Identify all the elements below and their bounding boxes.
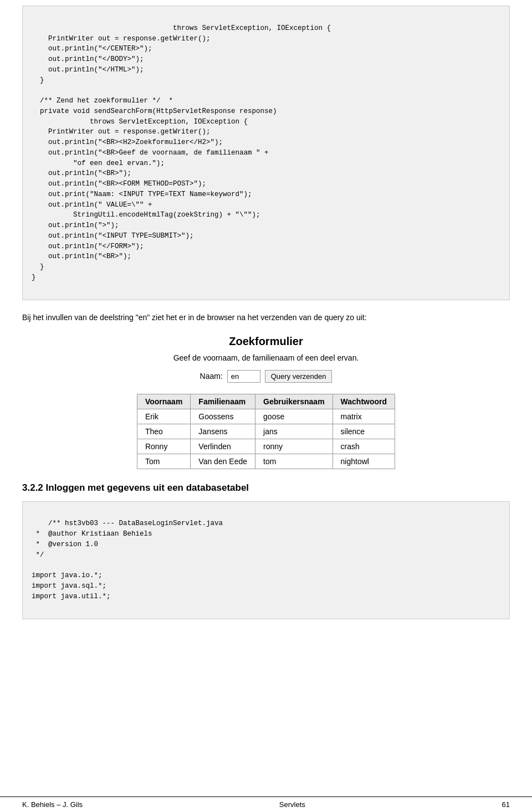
section-heading: 3.2.2 Inloggen met gegevens uit een data… [22, 482, 510, 494]
table-cell: goose [255, 409, 333, 424]
table-cell: Van den Eede [191, 454, 255, 469]
footer-right: 61 [502, 800, 510, 809]
demo-section: Zoekformulier Geef de voornaam, de famil… [22, 335, 510, 469]
footer-center: Servlets [279, 800, 305, 809]
table-cell: Tom [137, 454, 190, 469]
page-footer: K. Behiels – J. Gils Servlets 61 [0, 796, 532, 812]
table-cell: matrix [332, 409, 395, 424]
search-form: Naam: Query verzenden [22, 370, 510, 383]
table-cell: Erik [137, 409, 190, 424]
naam-label: Naam: [200, 372, 223, 381]
table-cell: Goossens [191, 409, 255, 424]
prose-paragraph: Bij het invullen van de deelstring "en" … [22, 311, 510, 323]
code-block-1: throws ServletException, IOException { P… [22, 6, 510, 300]
demo-title: Zoekformulier [22, 335, 510, 348]
col-wachtwoord: Wachtwoord [332, 394, 395, 409]
table-cell: tom [255, 454, 333, 469]
table-cell: ronny [255, 439, 333, 454]
table-cell: Ronny [137, 439, 190, 454]
table-row: TomVan den Eedetomnightowl [137, 454, 395, 469]
table-cell: jans [255, 424, 333, 439]
code-block-2: /** hst3vb03 --- DataBaseLoginServlet.ja… [22, 501, 510, 620]
table-header-row: Voornaam Familienaam Gebruikersnaam Wach… [137, 394, 395, 409]
demo-subtitle: Geef de voornaam, de familienaam of een … [22, 353, 510, 362]
search-input[interactable] [227, 370, 260, 383]
table-cell: Theo [137, 424, 190, 439]
col-gebruikersnaam: Gebruikersnaam [255, 394, 333, 409]
table-cell: silence [332, 424, 395, 439]
footer-left: K. Behiels – J. Gils [22, 800, 83, 809]
table-cell: crash [332, 439, 395, 454]
table-cell: Verlinden [191, 439, 255, 454]
results-table: Voornaam Familienaam Gebruikersnaam Wach… [137, 394, 395, 469]
table-row: TheoJansensjanssilence [137, 424, 395, 439]
col-voornaam: Voornaam [137, 394, 190, 409]
table-row: RonnyVerlindenronnycrash [137, 439, 395, 454]
table-row: ErikGoossensgoosematrix [137, 409, 395, 424]
code-content-1: throws ServletException, IOException { P… [32, 24, 331, 281]
col-familienaam: Familienaam [191, 394, 255, 409]
code-content-2: /** hst3vb03 --- DataBaseLoginServlet.ja… [32, 520, 223, 600]
table-cell: Jansens [191, 424, 255, 439]
query-verzenden-button[interactable]: Query verzenden [265, 370, 332, 383]
table-cell: nightowl [332, 454, 395, 469]
